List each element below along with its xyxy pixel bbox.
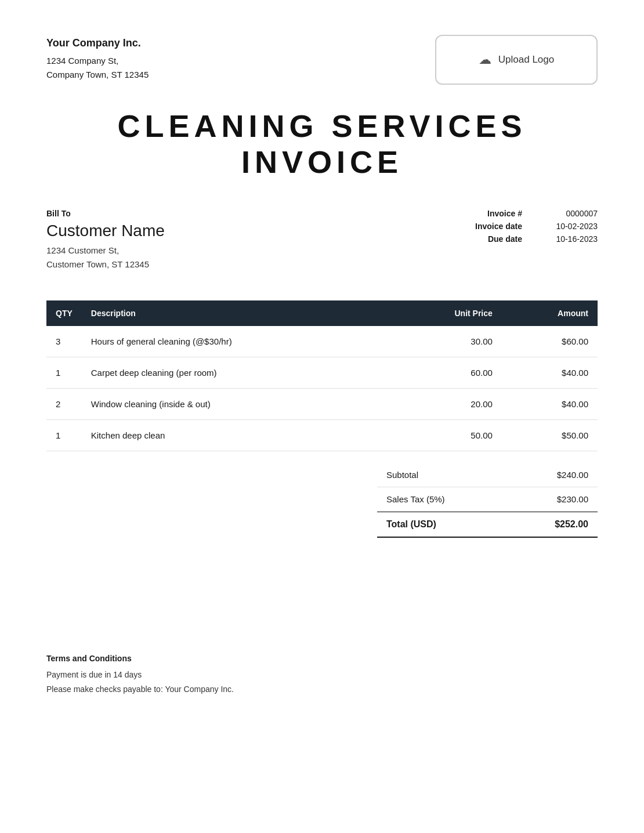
due-date-label: Due date — [458, 234, 522, 244]
row-description: Window cleaning (inside & out) — [82, 389, 392, 420]
invoice-title-line2: INVOICE — [46, 144, 598, 180]
upload-logo-label: Upload Logo — [498, 54, 554, 66]
row-amount: $60.00 — [502, 326, 598, 357]
table-header-row: QTY Description Unit Price Amount — [46, 300, 598, 326]
tax-row: Sales Tax (5%) $230.00 — [377, 487, 598, 512]
customer-address: 1234 Customer St, Customer Town, ST 1234… — [46, 244, 412, 271]
terms-section: Terms and Conditions Payment is due in 1… — [46, 654, 598, 697]
tax-label: Sales Tax (5%) — [386, 494, 445, 504]
header: Your Company Inc. 1234 Company St, Compa… — [46, 35, 598, 85]
row-amount: $50.00 — [502, 420, 598, 451]
header-description: Description — [82, 300, 392, 326]
terms-text: Payment is due in 14 days Please make ch… — [46, 668, 598, 697]
company-address-line1: 1234 Company St, — [46, 54, 149, 68]
items-table: QTY Description Unit Price Amount 3 Hour… — [46, 300, 598, 451]
row-qty: 1 — [46, 357, 82, 389]
due-date-value: 10-16-2023 — [540, 234, 598, 244]
invoice-title: CLEANING SERVICES INVOICE — [46, 108, 598, 180]
row-unit-price: 30.00 — [392, 326, 501, 357]
terms-line2: Please make checks payable to: Your Comp… — [46, 682, 598, 697]
header-unit-price: Unit Price — [392, 300, 501, 326]
table-row: 1 Kitchen deep clean 50.00 $50.00 — [46, 420, 598, 451]
row-unit-price: 60.00 — [392, 357, 501, 389]
invoice-number-label: Invoice # — [458, 209, 522, 218]
row-description: Kitchen deep clean — [82, 420, 392, 451]
total-label: Total (USD) — [386, 519, 436, 530]
total-row: Total (USD) $252.00 — [377, 512, 598, 538]
invoice-meta: Invoice # 0000007 Invoice date 10-02-202… — [412, 209, 598, 247]
invoice-date-label: Invoice date — [458, 222, 522, 231]
invoice-number-row: Invoice # 0000007 — [412, 209, 598, 218]
company-address-line2: Company Town, ST 12345 — [46, 68, 149, 82]
row-qty: 1 — [46, 420, 82, 451]
bill-to-label: Bill To — [46, 209, 412, 218]
table-row: 1 Carpet deep cleaning (per room) 60.00 … — [46, 357, 598, 389]
totals-block: Subtotal $240.00 Sales Tax (5%) $230.00 … — [377, 463, 598, 538]
invoice-date-value: 10-02-2023 — [540, 222, 598, 231]
due-date-row: Due date 10-16-2023 — [412, 234, 598, 244]
customer-address-line2: Customer Town, ST 12345 — [46, 258, 412, 271]
row-qty: 3 — [46, 326, 82, 357]
row-unit-price: 50.00 — [392, 420, 501, 451]
total-value: $252.00 — [555, 519, 588, 530]
subtotal-row: Subtotal $240.00 — [377, 463, 598, 487]
company-info: Your Company Inc. 1234 Company St, Compa… — [46, 35, 149, 82]
row-amount: $40.00 — [502, 357, 598, 389]
header-qty: QTY — [46, 300, 82, 326]
row-unit-price: 20.00 — [392, 389, 501, 420]
invoice-number-value: 0000007 — [540, 209, 598, 218]
terms-title: Terms and Conditions — [46, 654, 598, 663]
row-description: Carpet deep cleaning (per room) — [82, 357, 392, 389]
totals-section: Subtotal $240.00 Sales Tax (5%) $230.00 … — [46, 463, 598, 538]
invoice-title-line1: CLEANING SERVICES — [46, 108, 598, 144]
customer-name: Customer Name — [46, 222, 412, 240]
tax-value: $230.00 — [557, 494, 588, 504]
company-name: Your Company Inc. — [46, 35, 149, 52]
row-description: Hours of general cleaning (@$30/hr) — [82, 326, 392, 357]
upload-icon: ☁ — [479, 52, 491, 67]
table-row: 3 Hours of general cleaning (@$30/hr) 30… — [46, 326, 598, 357]
customer-address-line1: 1234 Customer St, — [46, 244, 412, 258]
bill-to-block: Bill To Customer Name 1234 Customer St, … — [46, 209, 412, 271]
subtotal-label: Subtotal — [386, 470, 418, 480]
row-qty: 2 — [46, 389, 82, 420]
table-row: 2 Window cleaning (inside & out) 20.00 $… — [46, 389, 598, 420]
subtotal-value: $240.00 — [557, 470, 588, 480]
row-amount: $40.00 — [502, 389, 598, 420]
billing-section: Bill To Customer Name 1234 Customer St, … — [46, 209, 598, 271]
invoice-date-row: Invoice date 10-02-2023 — [412, 222, 598, 231]
header-amount: Amount — [502, 300, 598, 326]
upload-logo-button[interactable]: ☁ Upload Logo — [435, 35, 598, 85]
terms-line1: Payment is due in 14 days — [46, 668, 598, 682]
